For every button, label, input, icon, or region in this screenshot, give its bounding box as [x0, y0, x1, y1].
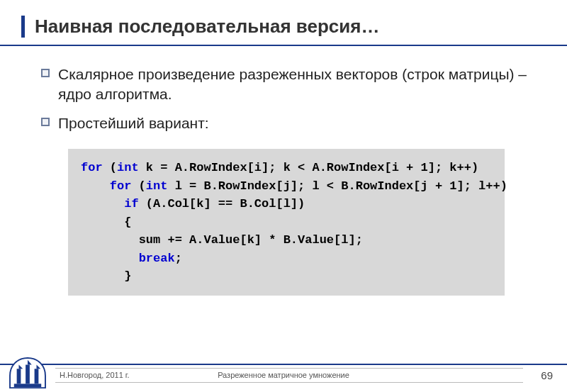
- slide-title: Наивная последовательная версия…: [21, 16, 567, 38]
- bullet-text: Простейший вариант:: [58, 113, 209, 133]
- divider-line: [55, 368, 523, 369]
- title-area: Наивная последовательная версия…: [0, 0, 567, 46]
- code-text: ;: [175, 252, 182, 265]
- keyword-if: if: [124, 197, 138, 211]
- bullet-text: Скалярное произведение разреженных векто…: [58, 65, 532, 105]
- keyword-for: for: [81, 161, 103, 174]
- svg-rect-3: [14, 383, 41, 387]
- keyword-int: int: [146, 179, 168, 193]
- keyword-for: for: [110, 179, 132, 193]
- square-bullet-icon: [41, 69, 50, 77]
- bullet-item: Простейший вариант:: [41, 113, 532, 133]
- keyword-break: break: [139, 252, 175, 265]
- footer: Н.Новгород, 2011 г. Разреженное матрично…: [0, 355, 567, 392]
- page-number: 69: [541, 369, 553, 381]
- keyword-int: int: [117, 161, 139, 174]
- code-text: l = B.RowIndex[j]; l < B.RowIndex[j + 1]…: [167, 179, 507, 193]
- code-block: for (int k = A.RowIndex[i]; k < A.RowInd…: [68, 149, 505, 296]
- content-area: Скалярное произведение разреженных векто…: [0, 52, 567, 296]
- code-text: sum += A.Value[k] * B.Value[l];: [139, 233, 363, 247]
- code-text: {: [124, 215, 131, 229]
- code-text: k = A.RowIndex[i]; k < A.RowIndex[i + 1]…: [139, 161, 478, 174]
- slide: Наивная последовательная версия… Скалярн…: [0, 0, 567, 392]
- divider-line: [0, 364, 567, 365]
- square-bullet-icon: [41, 118, 50, 126]
- code-text: }: [124, 269, 131, 283]
- footer-center-text: Разреженное матричное умножение: [0, 371, 567, 379]
- divider-line: [55, 382, 523, 383]
- code-text: (A.Col[k] == B.Col[l]): [139, 197, 305, 211]
- bullet-item: Скалярное произведение разреженных векто…: [41, 65, 532, 105]
